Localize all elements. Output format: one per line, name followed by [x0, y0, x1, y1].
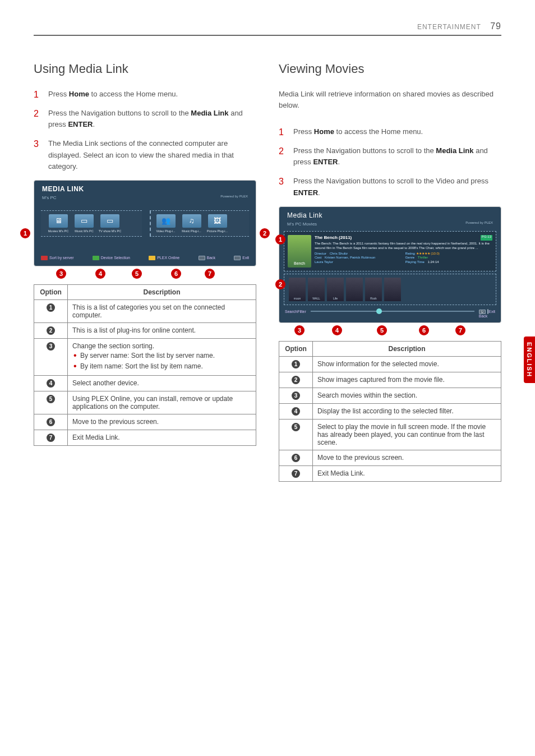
option-number: 3 [292, 391, 300, 400]
option-description: Show images captured from the movie file… [313, 372, 501, 388]
callout-3: 3 [294, 325, 305, 335]
table-row: 4Select another device. [34, 376, 256, 391]
callout-7: 7 [205, 269, 215, 279]
color-key-icon [149, 256, 155, 260]
callout-1: 1 [275, 234, 285, 245]
movie-thumbnails: moonWALLLifeRock [284, 274, 496, 305]
table-row: 1This is a list of categories you set on… [34, 299, 256, 322]
option-description: Show information for the selected movie. [313, 356, 501, 372]
footer-item[interactable]: Exit [234, 256, 249, 260]
option-description: Change the section sorting.By server nam… [68, 338, 256, 376]
header-divider [34, 35, 501, 36]
movie-synopsis: The Bench: The Bench is a 2011 romantic … [315, 242, 492, 251]
option-description: Move to the previous screen. [313, 450, 501, 465]
category-label: TV show M's PC [98, 229, 122, 233]
screenshot-footer-bar: Sort by serverDevice SelectionPLEX Onlin… [34, 251, 256, 266]
option-number: 6 [47, 418, 55, 426]
table-row: 1Show information for the selected movie… [279, 356, 501, 372]
thumbnail[interactable]: moon [289, 278, 306, 301]
color-key-icon [93, 256, 99, 260]
option-number: 4 [292, 407, 300, 416]
option-number: 1 [292, 360, 300, 368]
left-column: Using Media Link Press Home to access th… [34, 62, 256, 482]
thumbnail[interactable]: Life [327, 278, 344, 301]
sshot-title: MEDIA LINK [42, 185, 248, 193]
language-tab: ENGLISH [524, 336, 535, 383]
thumbnail[interactable]: Rock [365, 278, 382, 301]
movie-title: The Bench (2011) [315, 235, 352, 241]
color-key-icon [199, 256, 205, 260]
option-number: 5 [292, 423, 300, 431]
category-label: Music Plug-i... [180, 229, 204, 233]
callout-7: 7 [455, 325, 465, 335]
right-column: Viewing Movies Media Link will retrieve … [279, 62, 501, 482]
callout-4: 4 [332, 325, 342, 335]
callout-2: 2 [275, 279, 285, 289]
category-label: Picture Plug-i... [206, 229, 229, 233]
table-row: 3Change the section sorting.By server na… [34, 338, 256, 376]
thumbnail[interactable] [384, 278, 401, 301]
option-description: Search movies within the section. [313, 388, 501, 403]
footer-item[interactable]: Sort by server [41, 256, 74, 260]
section-name: ENTERTAINMENT [417, 23, 481, 31]
category-label: Video Plug-i... [154, 229, 178, 233]
step-item: The Media Link sections of the connected… [34, 138, 256, 172]
left-option-table: Option Description 1This is a list of ca… [34, 284, 256, 446]
movie-poster: Bench [288, 235, 311, 268]
footer-item[interactable]: PLEX Online [149, 256, 179, 260]
callout-5: 5 [132, 269, 142, 279]
table-row: 4Display the list according to the selec… [279, 403, 501, 419]
table-row: 5Using PLEX Online, you can install, rem… [34, 391, 256, 414]
category-item[interactable]: 🖼Picture Plug-i... [206, 214, 229, 233]
category-item[interactable]: ▭Music M's PC [72, 214, 96, 233]
callout-6: 6 [419, 325, 429, 335]
category-item[interactable]: ▭TV show M's PC [98, 214, 122, 233]
step-item: Press Home to access the Home menu. [279, 126, 501, 137]
right-steps: Press Home to access the Home menu. Pres… [279, 126, 501, 199]
left-screenshot: MEDIA LINK M's PC Powered by PLEX 🖥Movie… [34, 180, 256, 266]
category-icon: 🖼 [208, 214, 227, 228]
table-row: 2Show images captured from the movie fil… [279, 372, 501, 388]
table-row: 6Move to the previous screen. [279, 450, 501, 465]
option-number: 6 [292, 454, 300, 462]
table-row: 5Select to play the movie in full screen… [279, 419, 501, 450]
option-number: 7 [47, 434, 55, 442]
plex-attribution: Powered by PLEX [220, 195, 248, 198]
th-option: Option [279, 341, 313, 356]
callout-6: 6 [171, 269, 181, 279]
option-description: Using PLEX Online, you can install, remo… [68, 391, 256, 414]
category-icon: 👥 [156, 214, 176, 228]
category-item[interactable]: ♫Music Plug-i... [180, 214, 204, 233]
right-intro: Media Link will retrieve information on … [279, 89, 501, 110]
option-number: 2 [292, 376, 300, 384]
callout-4: 4 [95, 269, 105, 279]
category-group-plugins: 👥Video Plug-i...♫Music Plug-i...🖼Picture… [150, 210, 250, 237]
option-number: 3 [47, 342, 55, 351]
thumbnail[interactable] [346, 278, 363, 301]
option-description: Exit Media Link. [313, 465, 501, 481]
category-icon: 🖥 [49, 214, 68, 228]
category-label: Music M's PC [72, 229, 96, 233]
page-number: 79 [490, 21, 501, 31]
callout-1: 1 [20, 228, 30, 238]
th-description: Description [68, 284, 256, 299]
thumbnail[interactable]: WALL [308, 278, 325, 301]
screenshot-footer-bar: Search Filter ⮌Back Exit [279, 306, 501, 322]
step-item: Press Home to access the Home menu. [34, 89, 256, 100]
table-row: 6Move to the previous screen. [34, 414, 256, 430]
category-item[interactable]: 🖥Movies M's PC [47, 214, 70, 233]
footer-item[interactable]: Device Selection [93, 256, 130, 260]
category-group-local: 🖥Movies M's PC▭Music M's PC▭TV show M's … [41, 210, 142, 237]
color-key-icon [41, 256, 48, 260]
category-icon: ♫ [182, 214, 201, 228]
right-option-table: Option Description 1Show information for… [279, 341, 501, 482]
category-item[interactable]: 👥Video Plug-i... [154, 214, 178, 233]
right-heading: Viewing Movies [279, 62, 501, 76]
option-description: This is a list of plug-ins for online co… [68, 322, 256, 338]
movie-info-pane: Bench The Bench (2011) PG-13 The Bench: … [284, 231, 496, 271]
option-number: 5 [47, 395, 55, 403]
footer-item[interactable]: Back [199, 256, 216, 260]
category-icon: ▭ [100, 214, 119, 228]
option-description: Exit Media Link. [68, 430, 256, 446]
option-description: Move to the previous screen. [68, 414, 256, 430]
